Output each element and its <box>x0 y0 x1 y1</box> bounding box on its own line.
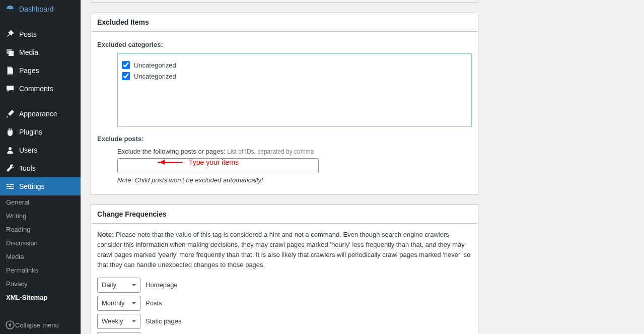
category-checkbox[interactable] <box>122 72 130 80</box>
note-body: Please note that the value of this tag i… <box>97 231 470 269</box>
sidebar-label: Media <box>19 48 38 56</box>
submenu-writing[interactable]: Writing <box>0 209 81 223</box>
comment-icon <box>5 84 15 94</box>
note-label: Note: <box>97 231 114 238</box>
change-frequencies-box: Change Frequencies Note: Please note tha… <box>91 205 478 334</box>
freq-row-categories: Weekly Categories <box>97 332 472 334</box>
sidebar-item-users[interactable]: Users <box>0 141 81 159</box>
sidebar-label: Posts <box>19 30 37 38</box>
sidebar-item-pages[interactable]: Pages <box>0 61 81 80</box>
sidebar-item-media[interactable]: Media <box>0 43 81 61</box>
submenu-media[interactable]: Media <box>0 250 81 263</box>
submenu-general[interactable]: General <box>0 195 81 209</box>
svg-point-0 <box>9 147 12 150</box>
freq-label: Homepage <box>146 281 178 289</box>
chevron-down-icon <box>131 300 137 306</box>
submenu-xml-sitemap[interactable]: XML-Sitemap <box>0 291 81 304</box>
change-frequencies-title: Change Frequencies <box>91 205 478 224</box>
category-row: Uncategorized <box>122 61 467 69</box>
settings-submenu: General Writing Reading Discussion Media… <box>0 195 81 304</box>
user-icon <box>5 145 15 155</box>
freq-select-homepage[interactable]: Daily <box>97 278 140 293</box>
exclude-posts-hint-suffix: List of IDs, separated by comma <box>227 148 314 155</box>
sidebar-item-appearance[interactable]: Appearance <box>0 105 81 123</box>
sidebar-item-comments[interactable]: Comments <box>0 80 81 98</box>
dashboard-icon <box>5 4 15 14</box>
freq-select-static[interactable]: Weekly <box>97 314 140 329</box>
category-checkbox[interactable] <box>122 61 130 69</box>
freq-note: Note: Please note that the value of this… <box>97 230 472 271</box>
sliders-icon <box>5 181 15 191</box>
pin-icon <box>5 29 15 39</box>
collapse-label: Collapse menu <box>15 321 59 329</box>
exclude-posts-input[interactable] <box>117 158 319 173</box>
exclude-posts-note: Note: Child posts won't be excluded auto… <box>117 176 472 184</box>
freq-value: Daily <box>102 281 116 289</box>
freq-row-static: Weekly Static pages <box>97 314 472 329</box>
sidebar-label: Tools <box>19 164 36 172</box>
freq-row-homepage: Daily Homepage <box>97 278 472 293</box>
submenu-permalinks[interactable]: Permalinks <box>0 263 81 277</box>
freq-row-posts: Monthly Posts <box>97 296 472 311</box>
chevron-down-icon <box>131 318 137 324</box>
freq-select-posts[interactable]: Monthly <box>97 296 140 311</box>
sidebar-item-tools[interactable]: Tools <box>0 159 81 177</box>
exclude-posts-label: Exclude posts: <box>97 135 472 143</box>
submenu-privacy[interactable]: Privacy <box>0 277 81 291</box>
exclude-posts-hint: Exclude the following posts or pages: <box>117 148 227 155</box>
excluded-categories-list[interactable]: Uncategorized Uncategorized <box>117 53 472 127</box>
submenu-discussion[interactable]: Discussion <box>0 236 81 250</box>
chevron-down-icon <box>131 282 137 288</box>
category-row: Uncategorized <box>122 72 467 80</box>
sidebar-label: Dashboard <box>19 5 54 13</box>
freq-value: Weekly <box>102 317 123 325</box>
excluded-categories-label: Excluded categories: <box>97 41 472 48</box>
divider <box>91 2 478 3</box>
sidebar-label: Comments <box>19 85 53 93</box>
sidebar-label: Users <box>19 146 38 154</box>
media-icon <box>5 47 15 57</box>
sidebar-item-plugins[interactable]: Plugins <box>0 123 81 141</box>
brush-icon <box>5 109 15 119</box>
sidebar-label: Settings <box>19 182 45 190</box>
submenu-reading[interactable]: Reading <box>0 223 81 236</box>
sidebar-label: Plugins <box>19 128 42 136</box>
sidebar-item-dashboard[interactable]: Dashboard <box>0 0 81 18</box>
freq-select-categories[interactable]: Weekly <box>97 332 140 334</box>
sidebar-item-settings[interactable]: Settings <box>0 177 81 195</box>
sidebar-label: Appearance <box>19 110 57 118</box>
freq-label: Static pages <box>146 317 182 325</box>
pages-icon <box>5 65 15 76</box>
sidebar-item-posts[interactable]: Posts <box>0 25 81 43</box>
freq-label: Posts <box>146 299 162 307</box>
category-label: Uncategorized <box>134 73 176 80</box>
category-label: Uncategorized <box>134 61 176 69</box>
collapse-icon <box>5 320 15 330</box>
plug-icon <box>5 127 15 137</box>
freq-value: Monthly <box>102 299 125 307</box>
collapse-menu-button[interactable]: Collapse menu <box>0 316 81 334</box>
excluded-items-title: Excluded Items <box>91 13 478 32</box>
excluded-items-box: Excluded Items Excluded categories: Unca… <box>91 13 478 194</box>
wrench-icon <box>5 163 15 173</box>
sidebar-label: Pages <box>19 66 39 75</box>
